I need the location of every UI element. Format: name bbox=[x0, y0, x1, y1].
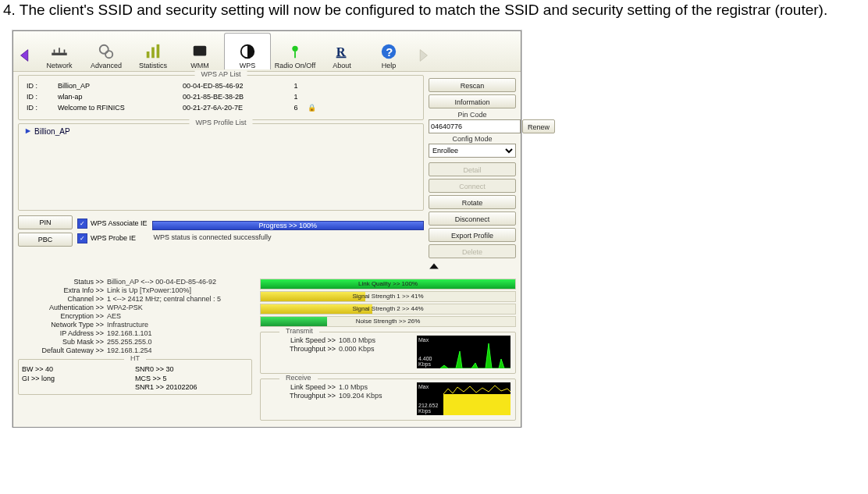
toolbar-statistics[interactable]: Statistics bbox=[130, 34, 176, 69]
ht-title: HT bbox=[124, 354, 146, 362]
toolbar-label: Help bbox=[382, 62, 397, 69]
svg-point-2 bbox=[105, 51, 112, 58]
config-mode-label: Config Mode bbox=[429, 135, 516, 143]
renew-button[interactable]: Renew bbox=[522, 119, 555, 133]
toolbar-label: WPS bbox=[240, 62, 256, 69]
toolbar-radio[interactable]: Radio On/Off bbox=[272, 34, 318, 69]
toolbar-advanced[interactable]: Advanced bbox=[84, 34, 129, 69]
selected-marker-icon bbox=[25, 128, 31, 134]
collapse-up-icon[interactable] bbox=[429, 261, 439, 272]
svg-rect-14 bbox=[443, 394, 510, 415]
toolbar-label: Radio On/Off bbox=[275, 62, 315, 69]
pin-code-input[interactable] bbox=[429, 119, 521, 133]
toolbar-about[interactable]: R About bbox=[319, 34, 365, 69]
group-title: WPS AP List bbox=[195, 70, 247, 78]
lock-icon: 🔒 bbox=[308, 104, 323, 112]
noise-bar: Noise Strength >> 26% bbox=[260, 316, 516, 327]
signal-1-bar: Signal Strength 1 >> 41% bbox=[260, 291, 516, 302]
svg-rect-9 bbox=[294, 52, 296, 58]
svg-text:?: ? bbox=[386, 45, 393, 58]
ap-row[interactable]: ID : Billion_AP 00-04-ED-85-46-92 1 bbox=[22, 80, 420, 91]
transmit-title: Transmit bbox=[279, 327, 319, 335]
config-mode-select[interactable]: Enrollee bbox=[429, 144, 516, 158]
pin-button[interactable]: PIN bbox=[18, 215, 73, 229]
nav-back-button[interactable] bbox=[16, 41, 35, 69]
document-caption: 4. The client's SSID and security settin… bbox=[0, 0, 868, 30]
receive-graph: Max 212.652 Kbps bbox=[417, 382, 510, 415]
receive-title: Receive bbox=[279, 374, 318, 382]
toolbar-wmm[interactable]: WMM bbox=[177, 34, 222, 69]
toolbar-label: Network bbox=[46, 62, 72, 69]
wps-status-text: WPS status is connected successfully bbox=[152, 233, 424, 241]
svg-rect-0 bbox=[52, 52, 67, 55]
signal-2-bar: Signal Strength 2 >> 44% bbox=[260, 304, 516, 315]
toolbar-label: Advanced bbox=[91, 62, 122, 69]
profile-item[interactable]: Billion_AP bbox=[25, 127, 417, 136]
detail-button: Detail bbox=[429, 162, 516, 176]
rescan-button[interactable]: Rescan bbox=[429, 78, 516, 92]
svg-rect-5 bbox=[157, 44, 160, 57]
transmit-graph: Max 4.400 Kbps bbox=[417, 336, 510, 368]
rotate-button[interactable]: Rotate bbox=[429, 195, 516, 209]
svg-point-1 bbox=[100, 44, 108, 53]
toolbar-label: Statistics bbox=[139, 62, 167, 69]
svg-rect-6 bbox=[194, 45, 207, 55]
group-title: WPS Profile List bbox=[189, 119, 252, 126]
disconnect-button[interactable]: Disconnect bbox=[429, 211, 516, 226]
nav-forward-button[interactable] bbox=[413, 41, 432, 69]
wps-profile-list-group: WPS Profile List Billion_AP bbox=[18, 123, 424, 211]
svg-rect-11 bbox=[336, 56, 347, 58]
pin-code-label: Pin Code bbox=[429, 111, 516, 119]
toolbar-help[interactable]: ? Help bbox=[366, 34, 411, 69]
toolbar-label: WMM bbox=[190, 62, 209, 69]
toolbar-label: About bbox=[333, 62, 351, 69]
wps-probe-checkbox[interactable]: ✓WPS Probe IE bbox=[77, 233, 148, 243]
export-profile-button[interactable]: Export Profile bbox=[429, 228, 516, 242]
app-window: Network Advanced Statistics WMM WPS Radi… bbox=[12, 30, 521, 428]
svg-rect-4 bbox=[151, 47, 155, 58]
information-button[interactable]: Information bbox=[429, 94, 516, 108]
toolbar-network[interactable]: Network bbox=[37, 34, 82, 69]
link-quality-bar: Link Quality >> 100% bbox=[260, 279, 516, 290]
svg-point-8 bbox=[292, 45, 297, 51]
wps-ap-list-group: WPS AP List ID : Billion_AP 00-04-ED-85-… bbox=[18, 75, 424, 120]
toolbar-wps[interactable]: WPS bbox=[224, 33, 271, 69]
ap-row[interactable]: ID : Welcome to RFINICS 00-21-27-6A-20-7… bbox=[22, 102, 420, 113]
ap-row[interactable]: ID : wlan-ap 00-21-85-BE-38-2B 1 bbox=[22, 91, 420, 102]
main-toolbar: Network Advanced Statistics WMM WPS Radi… bbox=[13, 31, 521, 72]
wps-progress-bar: Progress >> 100% bbox=[152, 221, 424, 230]
wps-associate-checkbox[interactable]: ✓WPS Associate IE bbox=[77, 219, 148, 229]
connect-button: Connect bbox=[429, 179, 516, 193]
delete-button: Delete bbox=[429, 244, 516, 258]
svg-rect-3 bbox=[147, 52, 150, 58]
pbc-button[interactable]: PBC bbox=[18, 233, 73, 247]
